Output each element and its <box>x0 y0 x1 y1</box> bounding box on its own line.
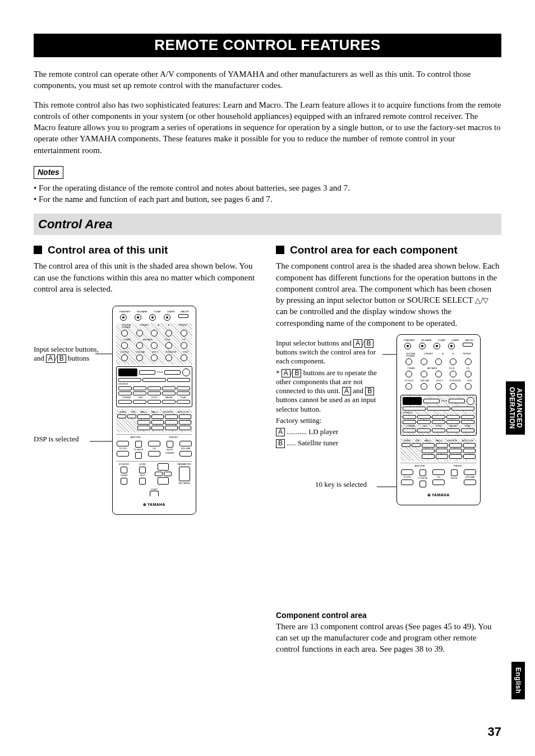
side-tab-advanced-operation: ADVANCEDOPERATION <box>506 381 525 435</box>
right-body: The component control area is the shaded… <box>276 260 501 329</box>
brand-logo: YAMAHA <box>400 493 477 497</box>
brand-logo: YAMAHA <box>116 503 192 506</box>
left-heading: Control area of this unit <box>48 243 168 257</box>
intro-text: The remote control can operate other A/V… <box>34 68 501 156</box>
left-body: The control area of this unit is the sha… <box>34 260 259 294</box>
notes-list: For the operating distance of the remote… <box>34 182 501 205</box>
component-note: Component control area There are 13 comp… <box>276 610 501 655</box>
square-bullet-icon <box>34 246 42 254</box>
square-bullet-icon <box>276 246 284 254</box>
notes-label: Notes <box>34 166 63 179</box>
legend-block: Input selector buttons and A/B buttons s… <box>276 339 385 450</box>
component-note-body: There are 13 component control areas (Se… <box>276 621 501 655</box>
section-heading: Control Area <box>34 214 501 235</box>
right-heading: Control area for each component <box>290 243 458 257</box>
note-item: For the operating distance of the remote… <box>34 182 501 193</box>
left-diagram: Input selector buttons, and A/B buttons … <box>34 300 259 592</box>
note-item: For the name and function of each part a… <box>34 193 501 205</box>
notes-section: Notes For the operating distance of the … <box>34 164 501 205</box>
page-title-bar: REMOTE CONTROL FEATURES <box>34 34 501 57</box>
right-subheading: Control area for each component <box>276 243 501 257</box>
remote-diagram-right: TRANSMITRE-NAMECLEARLEARNMACRO SYSTEMPOW… <box>396 334 481 505</box>
right-column: Control area for each component The comp… <box>276 243 501 655</box>
left-subheading: Control area of this unit <box>34 243 259 257</box>
page-title: REMOTE CONTROL FEATURES <box>154 35 380 55</box>
page-number: 37 <box>488 723 501 740</box>
component-note-label: Component control area <box>276 610 501 621</box>
remote-diagram-left: TRANSMITRE-NAMECLEARLEARNMACRO SYSTEMPOW… <box>112 306 196 515</box>
side-tab-english: English <box>511 662 525 699</box>
intro-p1: The remote control can operate other A/V… <box>34 68 501 91</box>
right-diagram: Input selector buttons and A/B buttons s… <box>276 334 501 603</box>
left-column: Control area of this unit The control ar… <box>34 243 259 655</box>
callout-input-selector: Input selector buttons, and A/B buttons <box>34 345 101 363</box>
callout-10key: 10 key is selected <box>315 480 367 489</box>
intro-p2: This remote control also has two sophist… <box>34 99 501 156</box>
columns: Control area of this unit The control ar… <box>34 243 501 655</box>
callout-dsp: DSP is selected <box>34 435 101 444</box>
